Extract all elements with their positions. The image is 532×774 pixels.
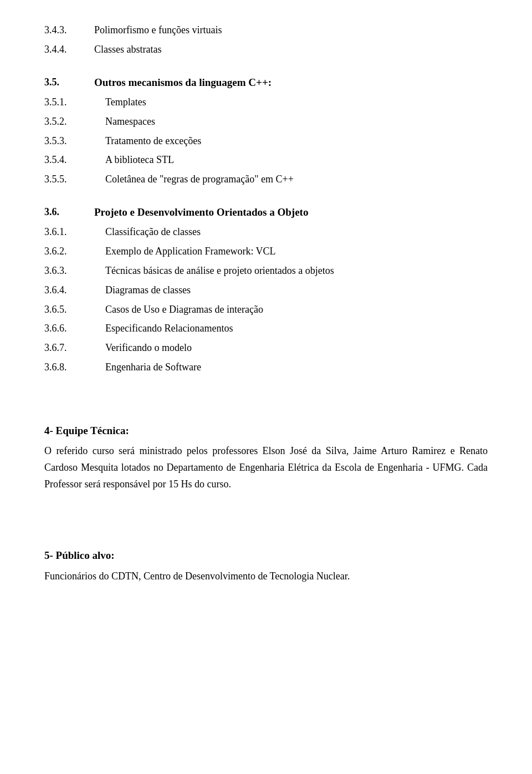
number-364: 3.6.4. bbox=[44, 282, 105, 298]
text-351: Templates bbox=[105, 94, 488, 110]
number-365: 3.6.5. bbox=[44, 302, 105, 318]
number-343: 3.4.3. bbox=[44, 22, 94, 38]
text-352: Namespaces bbox=[105, 114, 488, 130]
text-344: Classes abstratas bbox=[94, 42, 488, 58]
text-354: A biblioteca STL bbox=[105, 152, 488, 168]
section-4-heading: 4- Equipe Técnica: bbox=[44, 423, 488, 439]
number-361: 3.6.1. bbox=[44, 224, 105, 240]
item-362: 3.6.2. Exemplo de Application Framework:… bbox=[44, 243, 488, 259]
number-351: 3.5.1. bbox=[44, 94, 105, 110]
item-353: 3.5.3. Tratamento de exceções bbox=[44, 133, 488, 149]
text-36: Projeto e Desenvolvimento Orientados a O… bbox=[94, 204, 488, 221]
item-364: 3.6.4. Diagramas de classes bbox=[44, 282, 488, 298]
number-35: 3.5. bbox=[44, 74, 94, 91]
item-355: 3.5.5. Coletânea de "regras de programaç… bbox=[44, 171, 488, 187]
item-368: 3.6.8. Engenharia de Software bbox=[44, 359, 488, 375]
text-366: Especificando Relacionamentos bbox=[105, 320, 488, 337]
text-355: Coletânea de "regras de programação" em … bbox=[105, 171, 488, 187]
number-344: 3.4.4. bbox=[44, 42, 94, 58]
number-366: 3.6.6. bbox=[44, 320, 105, 337]
number-363: 3.6.3. bbox=[44, 263, 105, 279]
text-368: Engenharia de Software bbox=[105, 359, 488, 375]
number-352: 3.5.2. bbox=[44, 114, 105, 130]
line-344: 3.4.4. Classes abstratas bbox=[44, 42, 488, 58]
item-361: 3.6.1. Classificação de classes bbox=[44, 224, 488, 240]
item-354: 3.5.4. A biblioteca STL bbox=[44, 152, 488, 168]
section-5-body: Funcionários do CDTN, Centro de Desenvol… bbox=[44, 568, 488, 585]
number-362: 3.6.2. bbox=[44, 243, 105, 259]
item-363: 3.6.3. Técnicas básicas de análise e pro… bbox=[44, 263, 488, 279]
item-366: 3.6.6. Especificando Relacionamentos bbox=[44, 320, 488, 337]
section-4-body: O referido curso será ministrado pelos p… bbox=[44, 443, 488, 492]
text-35: Outros mecanismos da linguagem C++: bbox=[94, 74, 488, 91]
item-365: 3.6.5. Casos de Uso e Diagramas de inter… bbox=[44, 302, 488, 318]
number-36: 3.6. bbox=[44, 204, 94, 221]
section-36-heading: 3.6. Projeto e Desenvolvimento Orientado… bbox=[44, 204, 488, 221]
number-368: 3.6.8. bbox=[44, 359, 105, 375]
item-351: 3.5.1. Templates bbox=[44, 94, 488, 110]
item-352: 3.5.2. Namespaces bbox=[44, 114, 488, 130]
text-361: Classificação de classes bbox=[105, 224, 488, 240]
text-365: Casos de Uso e Diagramas de interação bbox=[105, 302, 488, 318]
main-content: 3.4.3. Polimorfismo e funções virtuais 3… bbox=[44, 22, 488, 584]
text-367: Verificando o modelo bbox=[105, 340, 488, 356]
number-353: 3.5.3. bbox=[44, 133, 105, 149]
item-367: 3.6.7. Verificando o modelo bbox=[44, 340, 488, 356]
text-363: Técnicas básicas de análise e projeto or… bbox=[105, 263, 488, 279]
number-354: 3.5.4. bbox=[44, 152, 105, 168]
section-35-heading: 3.5. Outros mecanismos da linguagem C++: bbox=[44, 74, 488, 91]
number-355: 3.5.5. bbox=[44, 171, 105, 187]
line-343: 3.4.3. Polimorfismo e funções virtuais bbox=[44, 22, 488, 38]
number-367: 3.6.7. bbox=[44, 340, 105, 356]
text-343: Polimorfismo e funções virtuais bbox=[94, 22, 488, 38]
section-4: 4- Equipe Técnica: O referido curso será… bbox=[44, 423, 488, 493]
section-5-heading: 5- Público alvo: bbox=[44, 548, 488, 564]
text-362: Exemplo de Application Framework: VCL bbox=[105, 243, 488, 259]
section-5: 5- Público alvo: Funcionários do CDTN, C… bbox=[44, 548, 488, 584]
text-364: Diagramas de classes bbox=[105, 282, 488, 298]
text-353: Tratamento de exceções bbox=[105, 133, 488, 149]
